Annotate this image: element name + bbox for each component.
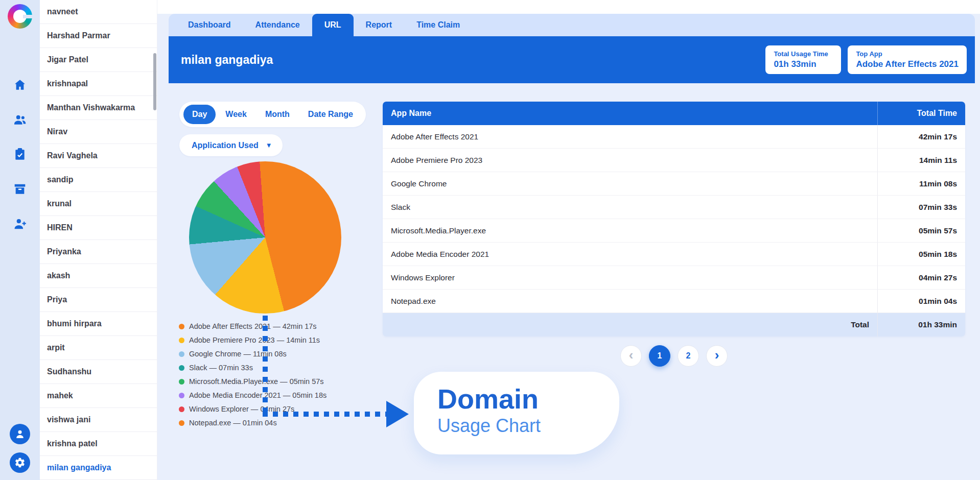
sidebar-user-vishwa-jani[interactable]: vishwa jani bbox=[40, 408, 157, 432]
callout-subtitle: Usage Chart bbox=[437, 415, 619, 437]
sidebar-user-priyanka[interactable]: Priyanka bbox=[40, 240, 157, 264]
sidebar-user-sandip[interactable]: sandip bbox=[40, 168, 157, 192]
users-icon[interactable] bbox=[13, 112, 27, 127]
legend-color-dot bbox=[179, 324, 184, 329]
legend-item: Adobe Premiere Pro 2023 — 14min 11s bbox=[179, 335, 326, 345]
user-name: Priya bbox=[47, 295, 67, 304]
total-usage-time-card: Total Usage Time 01h 33min bbox=[765, 45, 841, 74]
application-used-dropdown[interactable]: Application Used ▼ bbox=[179, 134, 283, 156]
user-add-icon[interactable] bbox=[13, 217, 27, 231]
dropdown-label: Application Used bbox=[192, 141, 259, 150]
sidebar-user-milan-gangadiya[interactable]: milan gangadiya bbox=[40, 456, 157, 480]
user-name: navneet bbox=[47, 7, 78, 16]
cell-total-time: 42min 17s bbox=[877, 125, 965, 148]
stat-value: 01h 33min bbox=[774, 59, 833, 69]
pagination-page-2[interactable]: 2 bbox=[678, 345, 699, 367]
user-name: bhumi hirpara bbox=[47, 319, 102, 328]
user-name: krishna patel bbox=[47, 439, 98, 448]
tab-time-claim[interactable]: Time Claim bbox=[404, 14, 472, 36]
sidebar-user-bhumi-hirpara[interactable]: bhumi hirpara bbox=[40, 312, 157, 336]
sidebar-user-harshad-parmar[interactable]: Harshad Parmar bbox=[40, 24, 157, 48]
sidebar-user-manthan-vishwakarma[interactable]: Manthan Vishwakarma bbox=[40, 96, 157, 120]
sidebar-user-akash[interactable]: akash bbox=[40, 264, 157, 288]
legend-label: Notepad.exe — 01min 04s bbox=[189, 419, 277, 427]
user-list: navneet Harshad Parmar Jigar Patel krish… bbox=[40, 0, 157, 480]
range-week[interactable]: Week bbox=[217, 105, 255, 124]
column-total-time: Total Time bbox=[877, 102, 965, 125]
tab-dashboard[interactable]: Dashboard bbox=[176, 14, 243, 36]
user-name: Ravi Vaghela bbox=[47, 151, 98, 160]
rail-nav bbox=[13, 78, 27, 231]
legend-color-dot bbox=[179, 420, 184, 426]
tab-report[interactable]: Report bbox=[354, 14, 405, 36]
gear-icon[interactable] bbox=[10, 452, 30, 473]
user-name: krunal bbox=[47, 199, 72, 208]
range-day[interactable]: Day bbox=[183, 105, 216, 124]
legend-item: Adobe After Effects 2021 — 42min 17s bbox=[179, 322, 326, 331]
pagination-page-1[interactable]: 1 bbox=[649, 345, 670, 367]
pagination-prev-button[interactable]: ‹ bbox=[620, 345, 642, 367]
sidebar-user-krishnapal[interactable]: krishnapal bbox=[40, 72, 157, 96]
user-name: HIREN bbox=[47, 223, 73, 232]
sidebar-user-mahek[interactable]: mahek bbox=[40, 384, 157, 408]
legend-label: Adobe Premiere Pro 2023 — 14min 11s bbox=[189, 336, 320, 344]
table-row[interactable]: Notepad.exe 01min 04s bbox=[383, 290, 965, 313]
sidebar-user-krishna-patel[interactable]: krishna patel bbox=[40, 432, 157, 456]
tab-attendance[interactable]: Attendance bbox=[243, 14, 312, 36]
table-row[interactable]: Adobe Premiere Pro 2023 14min 11s bbox=[383, 149, 965, 172]
sidebar-user-priya[interactable]: Priya bbox=[40, 288, 157, 312]
sidebar-user-navneet[interactable]: navneet bbox=[40, 0, 157, 24]
sidebar-user-krunal[interactable]: krunal bbox=[40, 192, 157, 216]
main-tabs: DashboardAttendanceURLReportTime Claim bbox=[169, 14, 975, 36]
legend-item: Microsoft.Media.Player.exe — 05min 57s bbox=[179, 377, 326, 386]
profile-icon[interactable] bbox=[10, 424, 30, 444]
table-row[interactable]: Windows Explorer 04min 27s bbox=[383, 266, 965, 290]
cell-app-name: Adobe Media Encoder 2021 bbox=[383, 243, 877, 266]
annotation-callout-card: Domain Usage Chart bbox=[414, 372, 619, 454]
sidebar-user-jigar-patel[interactable]: Jigar Patel bbox=[40, 48, 157, 72]
content-wrapper: DashboardAttendanceURLReportTime Claim m… bbox=[169, 14, 975, 83]
total-label: Total bbox=[383, 313, 877, 337]
rail-bottom-nav bbox=[10, 424, 30, 473]
tab-url[interactable]: URL bbox=[312, 14, 354, 36]
range-date-range[interactable]: Date Range bbox=[299, 105, 362, 124]
sidebar-user-sudhanshu[interactable]: Sudhanshu bbox=[40, 360, 157, 384]
legend-item: Notepad.exe — 01min 04s bbox=[179, 418, 326, 427]
user-name: mahek bbox=[47, 391, 73, 400]
usage-pie-chart[interactable] bbox=[189, 161, 341, 314]
scrollbar-thumb[interactable] bbox=[153, 53, 156, 110]
top-strip bbox=[157, 0, 980, 14]
table-row[interactable]: Adobe After Effects 2021 42min 17s bbox=[383, 125, 965, 149]
pagination-next-button[interactable]: › bbox=[706, 345, 728, 367]
user-name: milan gangadiya bbox=[47, 463, 111, 472]
legend-item: Google Chrome — 11min 08s bbox=[179, 349, 326, 358]
column-app-name: App Name bbox=[383, 102, 877, 125]
top-app-card: Top App Adobe After Effects 2021 bbox=[848, 45, 967, 74]
table-row[interactable]: Slack 07min 33s bbox=[383, 196, 965, 219]
home-icon[interactable] bbox=[13, 78, 27, 92]
sidebar-scrollbar[interactable] bbox=[153, 0, 156, 480]
cell-total-time: 01min 04s bbox=[877, 290, 965, 313]
cell-total-time: 05min 18s bbox=[877, 243, 965, 266]
table-row[interactable]: Google Chrome 11min 08s bbox=[383, 172, 965, 196]
sidebar-user-nirav[interactable]: Nirav bbox=[40, 120, 157, 144]
cell-app-name: Microsoft.Media.Player.exe bbox=[383, 219, 877, 242]
legend-color-dot bbox=[179, 365, 184, 371]
sidebar-user-arpit[interactable]: arpit bbox=[40, 336, 157, 360]
cell-total-time: 05min 57s bbox=[877, 219, 965, 242]
table-row[interactable]: Adobe Media Encoder 2021 05min 18s bbox=[383, 243, 965, 266]
sidebar-user-hiren[interactable]: HIREN bbox=[40, 216, 157, 240]
callout-title: Domain bbox=[437, 385, 619, 413]
legend-label: Google Chrome — 11min 08s bbox=[189, 350, 287, 358]
cell-total-time: 07min 33s bbox=[877, 196, 965, 219]
cell-app-name: Slack bbox=[383, 196, 877, 219]
app-logo[interactable] bbox=[8, 4, 32, 29]
table-row[interactable]: Microsoft.Media.Player.exe 05min 57s bbox=[383, 219, 965, 243]
sidebar-user-ravi-vaghela[interactable]: Ravi Vaghela bbox=[40, 144, 157, 168]
clipboard-check-icon[interactable] bbox=[13, 147, 27, 161]
archive-box-icon[interactable] bbox=[13, 182, 27, 196]
cell-app-name: Notepad.exe bbox=[383, 290, 877, 313]
range-month[interactable]: Month bbox=[256, 105, 298, 124]
cell-total-time: 14min 11s bbox=[877, 149, 965, 172]
header-stat-cards: Total Usage Time 01h 33min Top App Adobe… bbox=[765, 45, 967, 74]
